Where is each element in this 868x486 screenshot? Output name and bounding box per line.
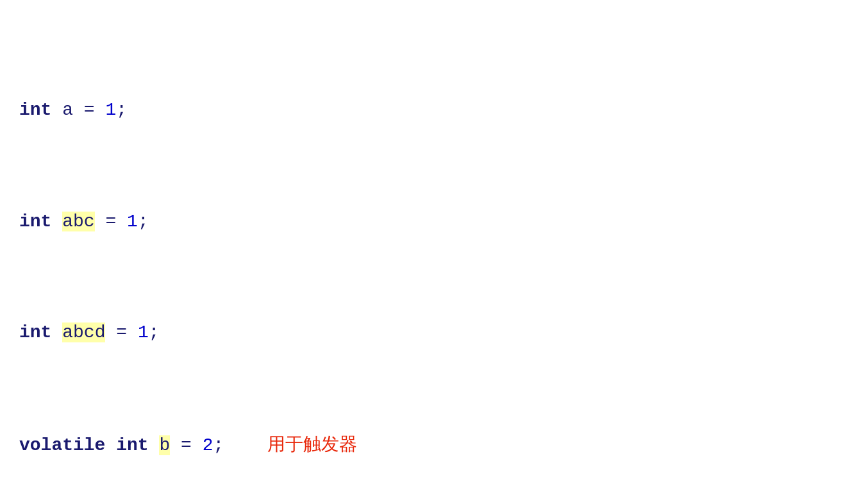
num-1b: 1 bbox=[127, 212, 138, 231]
num-1c: 1 bbox=[138, 323, 149, 342]
code-editor: int a = 1; int abc = 1; int abcd = 1; vo… bbox=[19, 13, 849, 486]
line-int-abc: int abc = 1; bbox=[19, 208, 849, 235]
keyword-volatile: volatile bbox=[19, 435, 105, 455]
var-b-volatile: b bbox=[159, 435, 170, 455]
keyword-int3: int bbox=[19, 323, 51, 342]
keyword-int2: int bbox=[19, 212, 51, 231]
var-abcd: abcd bbox=[62, 323, 105, 342]
num-2: 2 bbox=[203, 435, 213, 455]
line-int-a: int a = 1; bbox=[19, 96, 849, 124]
num-1: 1 bbox=[105, 100, 116, 120]
line-volatile-b: volatile int b = 2; 用于触发器 bbox=[19, 430, 849, 459]
comment-volatile: 用于触发器 bbox=[267, 434, 357, 454]
keyword-int4: int bbox=[116, 435, 148, 455]
var-a: a bbox=[62, 100, 73, 120]
line-int-abcd: int abcd = 1; bbox=[19, 319, 849, 346]
keyword-int: int bbox=[19, 100, 51, 120]
var-abc: abc bbox=[62, 212, 94, 231]
